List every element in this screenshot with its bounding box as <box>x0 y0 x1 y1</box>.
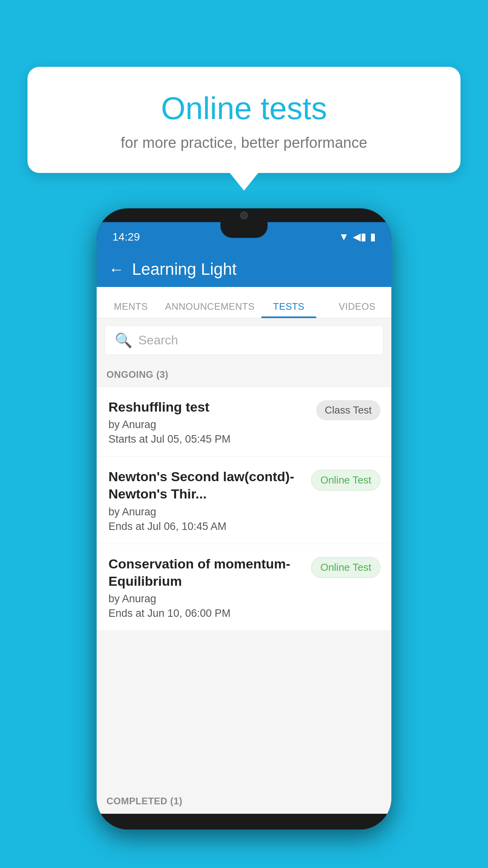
test-author-2: by Anurag <box>108 506 303 518</box>
tab-tests[interactable]: TESTS <box>255 301 323 318</box>
wifi-icon: ▼ <box>339 231 349 243</box>
tab-announcements[interactable]: ANNOUNCEMENTS <box>165 301 255 318</box>
test-item-3[interactable]: Conservation of momentum-Equilibrium by … <box>97 544 391 631</box>
test-info-3: Conservation of momentum-Equilibrium by … <box>108 555 303 620</box>
tab-ments[interactable]: MENTS <box>97 301 165 318</box>
test-name-1: Reshuffling test <box>108 398 308 416</box>
promo-title: Online tests <box>47 90 441 127</box>
completed-section-header: COMPLETED (1) <box>97 789 391 814</box>
status-bar: 14:29 ▼ ◀▮ ▮ <box>97 222 391 252</box>
tab-videos[interactable]: VIDEOS <box>323 301 391 318</box>
search-bar[interactable]: 🔍 Search <box>105 326 383 355</box>
test-item-1[interactable]: Reshuffling test by Anurag Starts at Jul… <box>97 387 391 457</box>
app-header-title: Learning Light <box>132 260 237 279</box>
phone-bottom-border <box>97 814 391 829</box>
app-header: ← Learning Light <box>97 252 391 287</box>
phone-mockup: 14:29 ▼ ◀▮ ▮ ← Learning Light MENTS ANNO… <box>97 208 391 829</box>
test-item-2[interactable]: Newton's Second law(contd)-Newton's Thir… <box>97 457 391 544</box>
test-list: Reshuffling test by Anurag Starts at Jul… <box>97 387 391 631</box>
test-info-2: Newton's Second law(contd)-Newton's Thir… <box>108 468 303 532</box>
tab-navigation: MENTS ANNOUNCEMENTS TESTS VIDEOS <box>97 287 391 318</box>
search-icon: 🔍 <box>115 332 132 349</box>
test-name-3: Conservation of momentum-Equilibrium <box>108 555 303 590</box>
camera-dot <box>240 211 248 219</box>
status-icons: ▼ ◀▮ ▮ <box>339 231 376 243</box>
test-date-3: Ends at Jun 10, 06:00 PM <box>108 607 303 620</box>
test-author-3: by Anurag <box>108 593 303 605</box>
phone-top-border <box>97 208 391 222</box>
test-badge-1: Class Test <box>316 400 380 420</box>
test-name-2: Newton's Second law(contd)-Newton's Thir… <box>108 468 303 502</box>
promo-card: Online tests for more practice, better p… <box>28 67 460 173</box>
test-author-1: by Anurag <box>108 419 308 431</box>
battery-icon: ▮ <box>370 231 376 243</box>
back-button[interactable]: ← <box>108 261 124 278</box>
phone-screen: MENTS ANNOUNCEMENTS TESTS VIDEOS 🔍 Searc… <box>97 287 391 814</box>
test-date-1: Starts at Jul 05, 05:45 PM <box>108 433 308 445</box>
search-placeholder: Search <box>138 333 178 348</box>
test-badge-3: Online Test <box>311 557 380 578</box>
test-info-1: Reshuffling test by Anurag Starts at Jul… <box>108 398 308 445</box>
signal-icon: ◀▮ <box>353 231 366 243</box>
promo-subtitle: for more practice, better performance <box>47 134 441 151</box>
test-badge-2: Online Test <box>311 470 380 491</box>
ongoing-section-header: ONGOING (3) <box>97 362 391 387</box>
notch <box>220 222 268 238</box>
search-container: 🔍 Search <box>97 318 391 362</box>
phone-frame: 14:29 ▼ ◀▮ ▮ ← Learning Light MENTS ANNO… <box>97 208 391 829</box>
status-time: 14:29 <box>112 231 140 243</box>
test-date-2: Ends at Jul 06, 10:45 AM <box>108 520 303 533</box>
